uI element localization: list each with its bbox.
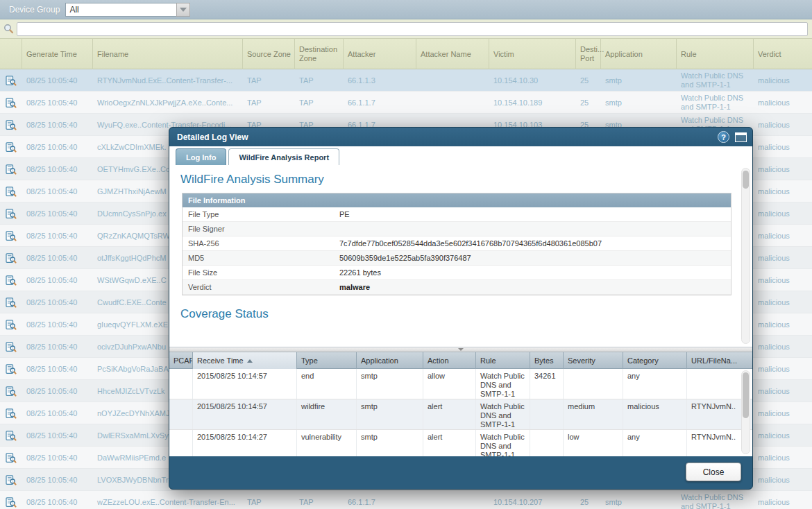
close-button[interactable]: Close	[686, 463, 741, 481]
log-detail-icon[interactable]	[6, 120, 17, 130]
col-destination-zone[interactable]: Destination Zone	[295, 39, 344, 69]
content-scrollbar-thumb[interactable]	[743, 171, 749, 189]
coverage-row[interactable]: 2015/08/25 10:14:57 wildfire smtp alert …	[169, 399, 752, 430]
log-detail-icon[interactable]	[6, 297, 17, 308]
wildfire-summary-heading: WildFire Analysis Summary	[180, 173, 752, 187]
generate-time-cell: 08/25 10:05:40	[22, 202, 93, 225]
log-detail-icon[interactable]	[6, 497, 17, 508]
col-application[interactable]: Application	[601, 39, 677, 69]
verdict-cell: malicious	[754, 313, 812, 336]
dialog-titlebar[interactable]: Detailed Log View ?	[169, 128, 752, 146]
verdict-cell: malicious	[754, 291, 812, 313]
help-icon[interactable]: ?	[718, 131, 729, 143]
cov-receive-time-cell: 2015/08/25 10:14:57	[193, 399, 297, 429]
cov-col-severity[interactable]: Severity	[564, 352, 623, 369]
cov-col-category[interactable]: Category	[623, 352, 687, 369]
cov-severity-cell: medium	[564, 399, 623, 429]
col-destination-port[interactable]: Desti... Port	[576, 39, 601, 69]
search-icon	[3, 24, 14, 34]
tab-wildfire-analysis-report[interactable]: WildFire Analysis Report	[228, 148, 339, 165]
device-group-dropdown-button[interactable]	[176, 3, 190, 17]
info-row-verdict: Verdict malware	[183, 280, 731, 295]
rule-cell: Watch Public DNS and SMTP-1-1	[677, 491, 754, 509]
log-detail-icon[interactable]	[6, 408, 17, 419]
rule-cell: Watch Public DNS and SMTP-1-1	[677, 92, 754, 114]
log-detail-icon[interactable]	[6, 431, 17, 441]
cov-col-rule[interactable]: Rule	[476, 352, 530, 369]
splitter-handle-icon	[458, 348, 464, 351]
attacker-cell: 66.1.1.7	[344, 92, 416, 114]
log-detail-icon[interactable]	[6, 98, 17, 108]
cov-col-action[interactable]: Action	[423, 352, 476, 369]
verdict-cell: malicious	[754, 114, 812, 136]
table-row[interactable]: 08/25 10:05:40 WrioOegxZnNLXJkPwjjZA.eXe…	[0, 92, 812, 114]
verdict-cell: malicious	[754, 69, 812, 92]
verdict-cell: malicious	[754, 180, 812, 202]
col-attacker[interactable]: Attacker	[344, 39, 416, 69]
dest-zone-cell: TAP	[295, 92, 344, 114]
col-filename[interactable]: Filename	[93, 39, 243, 69]
cov-col-pcap[interactable]: PCAP	[169, 352, 193, 369]
log-detail-icon[interactable]	[6, 231, 17, 241]
generate-time-cell: 08/25 10:05:40	[22, 424, 93, 447]
cov-col-type[interactable]: Type	[297, 352, 357, 369]
col-verdict[interactable]: Verdict	[754, 39, 812, 69]
col-victim[interactable]: Victim	[489, 39, 576, 69]
source-zone-cell: TAP	[243, 92, 295, 114]
log-detail-icon[interactable]	[6, 275, 17, 286]
col-rule[interactable]: Rule	[677, 39, 754, 69]
log-detail-icon[interactable]	[6, 453, 17, 463]
restore-window-icon[interactable]	[735, 132, 747, 142]
attacker-name-cell	[416, 69, 489, 92]
cov-col-bytes[interactable]: Bytes	[530, 352, 564, 369]
cov-col-application[interactable]: Application	[357, 352, 423, 369]
device-group-select[interactable]: All	[65, 3, 190, 17]
log-detail-icon[interactable]	[6, 142, 17, 153]
coverage-row[interactable]: 2015/08/25 10:14:27 vulnerability smtp a…	[169, 430, 752, 456]
coverage-scrollbar-thumb[interactable]	[743, 372, 749, 418]
log-detail-icon[interactable]	[6, 76, 17, 86]
col-generate-time[interactable]: Generate Time	[22, 39, 93, 69]
table-row[interactable]: 08/25 10:05:40 wZEzzeLOU.exE..Content-Tr…	[0, 491, 812, 509]
log-detail-icon[interactable]	[6, 386, 17, 397]
coverage-scrollbar[interactable]	[741, 370, 750, 454]
dialog-content: WildFire Analysis Summary File Informati…	[169, 165, 752, 347]
victim-cell: 10.154.10.189	[489, 92, 576, 114]
row-detail-cell	[0, 92, 22, 114]
log-detail-icon[interactable]	[6, 364, 17, 374]
cov-receive-time-cell: 2015/08/25 10:14:57	[193, 369, 297, 399]
generate-time-cell: 08/25 10:05:40	[22, 491, 93, 509]
cov-bytes-cell	[530, 430, 564, 456]
col-source-zone[interactable]: Source Zone	[243, 39, 295, 69]
log-detail-icon[interactable]	[6, 475, 17, 485]
tab-log-info[interactable]: Log Info	[176, 148, 226, 165]
cov-col-receive-time[interactable]: Receive Time	[193, 352, 297, 369]
coverage-row[interactable]: 2015/08/25 10:14:57 end smtp allow Watch…	[169, 369, 752, 399]
source-zone-cell: TAP	[243, 491, 295, 509]
cov-category-cell: malicious	[623, 399, 687, 429]
log-detail-icon[interactable]	[6, 320, 17, 330]
info-label: Verdict	[183, 283, 339, 291]
table-row[interactable]: 08/25 10:05:40 RTYNJvmNud.ExE..Content-T…	[0, 69, 812, 92]
device-group-value[interactable]: All	[65, 3, 176, 17]
log-detail-icon[interactable]	[6, 209, 17, 219]
cov-rule-cell: Watch Public DNS and SMTP-1-1	[476, 369, 530, 399]
info-label: File Type	[183, 210, 339, 218]
log-detail-icon[interactable]	[6, 342, 17, 352]
log-detail-icon[interactable]	[6, 187, 17, 197]
row-detail-cell	[0, 469, 22, 491]
log-filter-input[interactable]	[17, 22, 808, 36]
log-detail-icon[interactable]	[6, 253, 17, 264]
cov-col-url[interactable]: URL/FileNa...	[687, 352, 742, 369]
log-detail-icon[interactable]	[6, 164, 17, 175]
cov-action-cell: alert	[423, 399, 476, 429]
pane-splitter[interactable]	[169, 347, 752, 352]
dest-port-cell: 25	[576, 92, 601, 114]
col-attacker-name[interactable]: Attacker Name	[416, 39, 489, 69]
content-scrollbar[interactable]	[741, 168, 750, 344]
search-button[interactable]	[2, 23, 15, 35]
info-row-md5: MD5 50609b359de1e5225ab5fa390f376487	[183, 251, 731, 266]
verdict-cell: malicious	[754, 225, 812, 247]
info-value: 22261 bytes	[339, 268, 381, 277]
cov-application-cell: smtp	[357, 430, 423, 456]
